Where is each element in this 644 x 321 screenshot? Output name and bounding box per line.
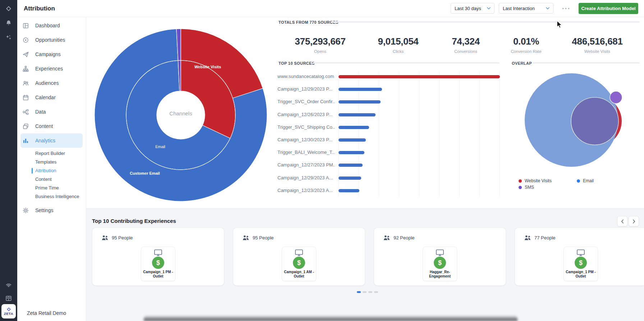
attribution-model-value: Last Interaction	[503, 6, 535, 11]
legend-dot	[577, 179, 580, 183]
sidebar-item-analytics[interactable]: Analytics	[20, 133, 83, 148]
conversion-dollar-icon: $	[293, 257, 305, 269]
legend-item-website-visits: Website Visits	[519, 178, 552, 184]
monitor-icon	[295, 249, 303, 256]
chevron-left-icon	[621, 219, 624, 224]
experience-card-4[interactable]: 77 People$Campaign_1 PM - Outlet	[515, 228, 644, 285]
zeta-diamond-icon[interactable]	[5, 5, 12, 12]
sidebar-subitem-business-intelligence[interactable]: Business Intelligence	[17, 192, 86, 201]
attribution-overview-panel: Website Visits Email Customer Email Chan…	[86, 17, 644, 209]
dashboard-icon	[22, 22, 29, 29]
legend-item-sms: SMS	[519, 184, 534, 190]
overlap-venn-chart	[521, 69, 644, 177]
experiences-icon	[22, 65, 29, 72]
stat-label: Conversion Rate	[485, 49, 567, 54]
people-icon	[383, 235, 390, 240]
sidebar-item-dashboard[interactable]: Dashboard	[17, 18, 86, 33]
knowledge-base-icon[interactable]	[5, 295, 12, 302]
legend-item-email: Email	[577, 178, 594, 184]
sidebar-item-settings[interactable]: Settings	[17, 203, 86, 217]
notifications-bell-icon[interactable]	[5, 19, 12, 27]
source-bar	[339, 176, 361, 180]
signal-icon[interactable]	[5, 280, 12, 288]
legend-label: Email	[583, 178, 594, 183]
chevron-right-icon	[632, 219, 635, 224]
sunburst-label-customer-email: Customer Email	[130, 171, 160, 175]
sidebar-subitem-content[interactable]: Content	[17, 175, 86, 184]
experience-node[interactable]: $Campaign_1 AM - Outlet	[282, 247, 316, 281]
top-header: Attribution Last 30 days Last Interactio…	[17, 0, 644, 17]
sidebar-subitem-prime-time[interactable]: Prime Time	[17, 184, 86, 192]
legend-dot	[519, 179, 522, 183]
experience-name: Campaign_1 PM - Outlet	[141, 270, 175, 279]
sidebar-subitem-templates[interactable]: Templates	[17, 158, 86, 166]
source-label: Campaign_12/29/2023 P...	[277, 86, 335, 92]
more-options-button[interactable]: ●●●	[559, 3, 574, 14]
experience-card-3[interactable]: 92 People$Haggar_Re-Engagement	[374, 228, 506, 285]
experience-card-header: 92 People	[383, 235, 415, 240]
create-attribution-model-button[interactable]: Create Attribution Model	[579, 3, 638, 14]
sunburst-label-email: Email	[155, 145, 165, 149]
sidebar-item-data[interactable]: Data	[17, 105, 86, 119]
people-icon	[524, 235, 531, 240]
mouse-cursor	[556, 20, 562, 28]
zeta-workspace-logo[interactable]: ZETA	[1, 304, 16, 318]
stat-label: Opens	[279, 49, 362, 54]
attribution-model-select[interactable]: Last Interaction	[499, 3, 553, 14]
sparkles-icon[interactable]	[5, 34, 12, 41]
source-bar	[339, 138, 366, 142]
experience-name: Haggar_Re-Engagement	[423, 270, 457, 279]
date-range-select[interactable]: Last 30 days	[451, 3, 494, 14]
sidebar-item-audiences[interactable]: Audiences	[17, 76, 86, 90]
carousel-prev-button[interactable]	[617, 216, 627, 226]
stat-value: 375,293,667	[279, 36, 362, 47]
pagination-dot-2[interactable]	[363, 291, 367, 293]
pagination-dot-1[interactable]	[357, 291, 361, 293]
sidebar-item-calendar[interactable]: Calendar	[17, 90, 86, 105]
chevron-down-icon	[546, 7, 549, 9]
experience-node[interactable]: $Campaign_1 PM - Outlet	[564, 247, 598, 281]
sidebar-subitem-report-builder[interactable]: Report Builder	[17, 149, 86, 158]
source-row-campaign-12-27-2023-pm: Campaign_12/27/2023 PM...	[277, 160, 507, 171]
source-row-campaign-12-29-2023-p: Campaign_12/29/2023 P...	[277, 84, 507, 95]
top-sources-bar-chart: www.sundancecatalog.comCampaign_12/29/20…	[277, 71, 507, 201]
source-row-trigger-bali-welcome-t: Trigger_BALI_Welcome_T...	[277, 147, 507, 159]
conversion-dollar-icon: $	[152, 257, 164, 269]
source-bar	[339, 164, 363, 167]
overlap-section-title: OVERLAP	[512, 61, 532, 65]
experience-node[interactable]: $Haggar_Re-Engagement	[423, 247, 457, 281]
source-row-campaign-12-26-2023-p: Campaign_12/26/2023 P...	[277, 109, 507, 121]
zeta-logo-text: ZETA	[4, 312, 13, 316]
sidebar-item-content[interactable]: Content	[17, 119, 86, 133]
venn-sms-circle	[610, 91, 622, 104]
source-bar	[339, 113, 376, 116]
sidebar-item-experiences[interactable]: Experiences	[17, 61, 86, 76]
sidebar-nav: DashboardOpportunitiesCampaignsExperienc…	[17, 17, 86, 217]
monitor-icon	[577, 249, 585, 256]
top-sources-rule	[313, 62, 500, 64]
pagination-dot-4[interactable]	[374, 291, 378, 293]
sidebar-item-label: Campaigns	[35, 51, 61, 57]
source-label: Campaign_12/26/2023 P...	[277, 112, 335, 117]
sidebar-item-campaigns[interactable]: Campaigns	[17, 47, 86, 61]
experience-card-1[interactable]: 95 People$Campaign_1 PM - Outlet	[92, 228, 224, 285]
people-count: 77 People	[534, 235, 556, 240]
analytics-icon	[22, 137, 29, 144]
experience-node[interactable]: $Campaign_1 PM - Outlet	[141, 247, 175, 281]
overlap-rule	[533, 62, 640, 64]
calendar-icon	[22, 94, 29, 101]
settings-icon	[22, 207, 29, 214]
experience-card-2[interactable]: 95 People$Campaign_1 AM - Outlet	[233, 228, 365, 285]
source-bar	[339, 151, 364, 154]
source-bar	[339, 100, 381, 104]
sidebar-item-label: Settings	[35, 207, 54, 213]
sidebar-item-opportunities[interactable]: Opportunities	[17, 33, 86, 47]
zeta-logo-diamond-icon	[6, 307, 11, 312]
data-icon	[22, 109, 29, 115]
pagination-dot-3[interactable]	[368, 291, 372, 293]
sidebar-subitem-attribution[interactable]: Attribution	[17, 166, 86, 175]
totals-rule	[331, 21, 640, 23]
totals-section-title: TOTALS FROM 770 SOURCES	[279, 20, 338, 24]
experiences-section-title: Top 10 Contributing Experiences	[92, 218, 176, 224]
carousel-next-button[interactable]	[629, 216, 639, 226]
